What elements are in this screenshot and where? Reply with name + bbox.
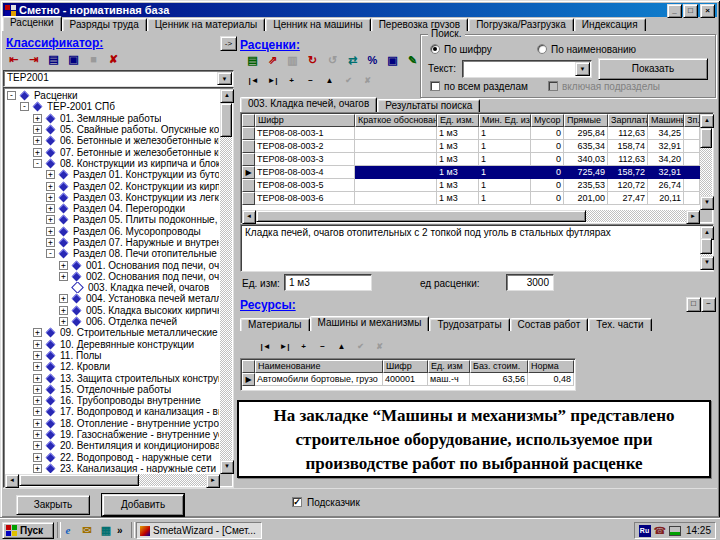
- table-row-0[interactable]: ▶Автомобили бортовые, грузо400001маш.-ч6…: [242, 373, 574, 386]
- expand-icon[interactable]: +: [59, 272, 68, 281]
- expand-icon[interactable]: +: [33, 407, 42, 416]
- tree-item-31[interactable]: +20. Вентиляция и кондиционирование возд…: [6, 440, 219, 451]
- search-by-name-radio[interactable]: [537, 44, 547, 54]
- expand-icon[interactable]: +: [46, 238, 55, 247]
- minimize-button[interactable]: _: [667, 4, 682, 18]
- scroll-down-button[interactable]: ▼: [700, 256, 714, 270]
- filter-icon[interactable]: ✘: [105, 52, 122, 67]
- search-text-input[interactable]: ▼: [462, 60, 592, 78]
- settings-icon[interactable]: ✎: [404, 53, 421, 68]
- delete-record-icon[interactable]: −: [303, 75, 318, 87]
- search-by-code-radio[interactable]: [430, 44, 440, 54]
- expand-icon[interactable]: +: [33, 396, 42, 405]
- delete-record-icon[interactable]: −: [315, 341, 330, 353]
- scroll-left-button[interactable]: ◄: [5, 474, 19, 488]
- add-button[interactable]: Добавить: [102, 494, 184, 516]
- expand-icon[interactable]: +: [33, 340, 42, 349]
- main-tab-2[interactable]: Ценник на материалы: [147, 18, 266, 31]
- collapse-icon[interactable]: -: [7, 91, 16, 100]
- tree-item-5[interactable]: +07. Бетонные и железобетонные конструкц…: [6, 146, 219, 157]
- table-row-2[interactable]: ТЕР08-08-003-31 м310340,03112,6334,20: [242, 153, 700, 166]
- last-record-icon[interactable]: ►|: [265, 75, 280, 87]
- classifier-title[interactable]: Классификатор:: [6, 36, 103, 50]
- tree-item-16[interactable]: +002. Основания под печи, очаги и тру: [6, 271, 219, 282]
- tree-item-11[interactable]: +Раздел 05. Плиты подоконные, огражден: [6, 214, 219, 225]
- tree-item-15[interactable]: +001. Основания под печи, очаги и тру: [6, 259, 219, 270]
- scroll-right-button[interactable]: ►: [686, 210, 700, 224]
- tree-item-29[interactable]: +18. Отопление - внутренние устройства: [6, 418, 219, 429]
- column-header[interactable]: Шифр: [255, 114, 355, 127]
- column-header[interactable]: Баз. стоим.: [470, 360, 528, 373]
- column-header[interactable]: Мин. Ед. изм: [479, 114, 531, 127]
- expand-icon[interactable]: +: [33, 136, 42, 145]
- quick-launch-overflow-button[interactable]: »: [117, 525, 123, 536]
- tree-item-2[interactable]: +01. Земляные работы: [6, 113, 219, 124]
- rates-title[interactable]: Расценки:: [240, 38, 300, 52]
- insert-record-icon[interactable]: +: [296, 341, 311, 353]
- main-tab-5[interactable]: Погрузка/Разгрузка: [468, 18, 574, 31]
- resources-tab-0[interactable]: Материалы: [240, 318, 310, 331]
- table-row-0[interactable]: ТЕР08-08-003-11 м310295,84112,6334,25: [242, 127, 700, 140]
- scroll-up-button[interactable]: ▲: [700, 114, 714, 128]
- column-header[interactable]: Наименование: [255, 360, 383, 373]
- keyboard-layout-icon[interactable]: Ru: [639, 525, 651, 537]
- table-row-4[interactable]: ТЕР08-08-003-51 м310235,53120,7226,74: [242, 179, 700, 192]
- scroll-up-button[interactable]: ▲: [220, 89, 234, 103]
- table-row-5[interactable]: ТЕР08-08-003-61 м310201,0027,4720,11: [242, 192, 700, 205]
- expand-icon[interactable]: +: [33, 430, 42, 439]
- tree-item-0[interactable]: -Расценки: [6, 90, 219, 101]
- main-tab-0[interactable]: Расценки: [2, 16, 62, 31]
- close-button[interactable]: ×: [700, 4, 715, 18]
- expand-icon[interactable]: +: [59, 261, 68, 270]
- chevron-down-icon[interactable]: ▼: [217, 72, 232, 85]
- main-tab-1[interactable]: Разряды труда: [62, 18, 147, 31]
- scroll-right-button[interactable]: ►: [206, 474, 220, 488]
- column-header[interactable]: Зарплата: [608, 114, 648, 127]
- column-header[interactable]: Ед. изм.: [437, 114, 479, 127]
- copy-icon[interactable]: ▣: [65, 52, 82, 67]
- unit-input[interactable]: 1 м3: [284, 274, 372, 291]
- expand-icon[interactable]: +: [33, 441, 42, 450]
- collapse-icon[interactable]: -: [20, 102, 29, 111]
- scroll-down-button[interactable]: ▼: [700, 196, 714, 210]
- scroll-thumb[interactable]: [256, 210, 586, 222]
- per-rate-input[interactable]: 3000: [506, 274, 554, 291]
- resources-tab-2[interactable]: Трудозатраты: [429, 318, 509, 331]
- export-rate-icon[interactable]: ⇗: [264, 53, 281, 68]
- main-tab-3[interactable]: Ценник на машины: [265, 18, 370, 31]
- column-header[interactable]: Зп. маш.: [684, 114, 700, 127]
- column-header[interactable]: Прямые: [564, 114, 608, 127]
- last-record-icon[interactable]: ►|: [277, 341, 292, 353]
- tree-item-4[interactable]: +06. Бетонные и железобетонные конструкц…: [6, 135, 219, 146]
- expand-icon[interactable]: +: [33, 419, 42, 428]
- collapse-icon[interactable]: -: [33, 159, 42, 168]
- rates-vscrollbar[interactable]: ▲▼: [700, 114, 712, 210]
- expand-icon[interactable]: +: [59, 317, 68, 326]
- desktop-icon[interactable]: ▦: [98, 522, 114, 538]
- all-sections-checkbox[interactable]: [430, 81, 440, 91]
- column-header[interactable]: Шифр: [383, 360, 428, 373]
- classifier-combo[interactable]: ТЕР2001 ▼: [3, 70, 234, 87]
- edit-record-icon[interactable]: ▲: [334, 341, 349, 353]
- column-header[interactable]: Краткое обоснование: [355, 114, 437, 127]
- ie-icon[interactable]: e: [60, 522, 76, 538]
- expand-icon[interactable]: +: [33, 453, 42, 462]
- first-record-icon[interactable]: |◄: [258, 341, 273, 353]
- expand-icon[interactable]: +: [59, 306, 68, 315]
- expand-icon[interactable]: +: [33, 464, 42, 473]
- tree-hscrollbar[interactable]: ◄►: [5, 474, 220, 486]
- tree-vscrollbar[interactable]: ▲▼: [220, 89, 232, 474]
- tree-item-1[interactable]: -ТЕР-2001 СПб: [6, 101, 219, 112]
- column-header[interactable]: Мусор: [531, 114, 564, 127]
- smetawizard-task-button[interactable]: SmetaWizard - [Смет...: [136, 522, 262, 539]
- percent-icon[interactable]: %: [364, 53, 381, 68]
- tree-item-18[interactable]: +004. Установка печей металлических: [6, 293, 219, 304]
- tree-item-25[interactable]: +13. Защита строительных конструкций и о…: [6, 372, 219, 383]
- tree-item-10[interactable]: +Раздел 04. Перегородки: [6, 203, 219, 214]
- undo-icon[interactable]: ↻: [304, 53, 321, 68]
- tree-item-30[interactable]: +19. Газоснабжение - внутренние устройст…: [6, 429, 219, 440]
- description-vscrollbar[interactable]: ▲▼: [700, 226, 712, 270]
- expand-icon[interactable]: +: [46, 182, 55, 191]
- tree-item-17[interactable]: 003. Кладка печей, очагов: [6, 282, 219, 293]
- expand-all-icon[interactable]: ⇥: [25, 52, 42, 67]
